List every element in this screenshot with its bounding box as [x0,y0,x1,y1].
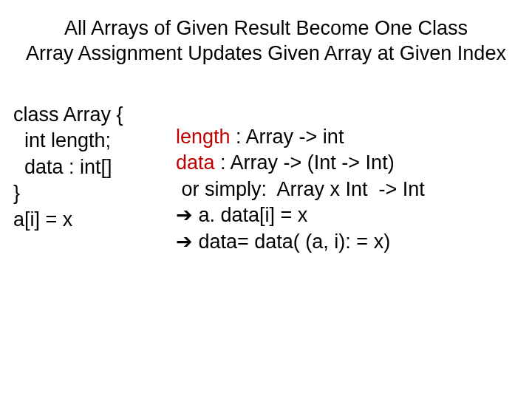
code-line-5: a[i] = x [13,208,72,231]
data-type: : Array -> (Int -> Int) [215,151,395,174]
title-line-1: All Arrays of Given Result Become One Cl… [0,16,532,41]
length-keyword: length [176,126,231,148]
code-line-4: } [13,182,20,204]
code-line-3: data : int[] [13,156,112,178]
arrow-icon: ➔ [176,231,193,253]
slide-title: All Arrays of Given Result Become One Cl… [0,0,532,66]
content-area: class Array { int length; data : int[] }… [0,66,532,256]
assign-line-1: a. data[i] = x [193,204,307,226]
arrow-icon: ➔ [176,204,193,226]
code-line-1: class Array { [13,103,123,126]
title-line-2: Array Assignment Updates Given Array at … [0,41,532,66]
length-type: : Array -> int [231,126,344,148]
simply-line: or simply: Array x Int -> Int [176,178,425,200]
code-line-2: int length; [13,129,111,151]
right-type-block: length : Array -> int data : Array -> (I… [176,102,425,256]
assign-line-2: data= data( (a, i): = x) [193,231,390,253]
left-code-block: class Array { int length; data : int[] }… [0,102,176,256]
slide: All Arrays of Given Result Become One Cl… [0,0,532,399]
data-keyword: data [176,151,215,174]
